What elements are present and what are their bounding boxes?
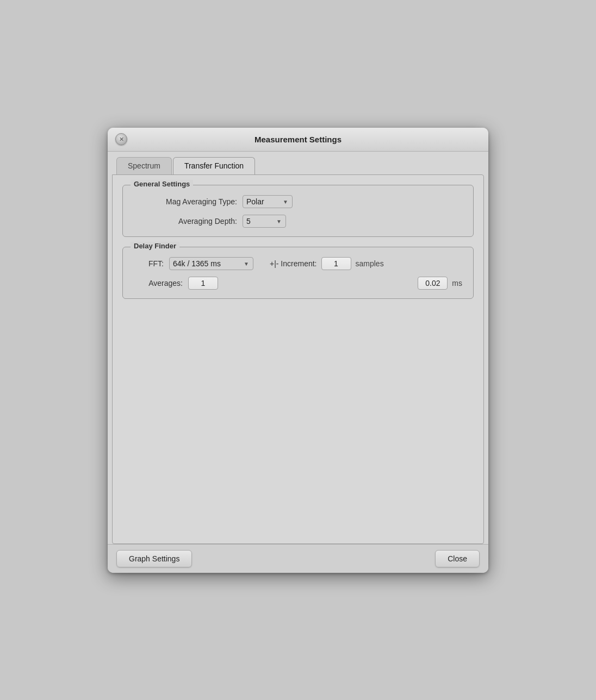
- close-button[interactable]: Close: [435, 550, 480, 567]
- tab-transfer-function[interactable]: Transfer Function: [173, 157, 255, 174]
- mag-averaging-type-row: Mag Averaging Type: Polar Complex RMS ▼: [134, 195, 462, 208]
- averages-input[interactable]: 1: [188, 277, 218, 290]
- close-icon[interactable]: ✕: [115, 133, 127, 145]
- general-settings-legend: General Settings: [131, 180, 193, 188]
- tab-spectrum[interactable]: Spectrum: [116, 157, 172, 174]
- mag-averaging-type-select[interactable]: Polar Complex RMS: [243, 195, 293, 208]
- fft-select-wrapper: 8k / 170 ms 16k / 341 ms 32k / 682 ms 64…: [169, 257, 253, 270]
- mag-averaging-type-wrapper: Polar Complex RMS ▼: [243, 195, 293, 208]
- delay-row-2: Averages: 1 0.02 ms: [134, 277, 462, 290]
- general-settings-group: General Settings Mag Averaging Type: Pol…: [122, 185, 474, 237]
- increment-label: +|- Increment:: [270, 259, 317, 268]
- fft-label: FFT:: [134, 259, 164, 268]
- mag-averaging-type-label: Mag Averaging Type:: [134, 197, 237, 206]
- averaging-depth-label: Averaging Depth:: [134, 217, 237, 226]
- increment-samples-input[interactable]: 1: [321, 257, 351, 270]
- footer: Graph Settings Close: [108, 544, 488, 573]
- graph-settings-button[interactable]: Graph Settings: [116, 550, 192, 567]
- samples-unit-label: samples: [356, 259, 384, 268]
- fft-select[interactable]: 8k / 170 ms 16k / 341 ms 32k / 682 ms 64…: [169, 257, 253, 270]
- averaging-depth-select[interactable]: 1 2 3 5 8 10 16 32: [243, 215, 286, 228]
- ms-group: 0.02 ms: [418, 277, 462, 290]
- increment-ms-input[interactable]: 0.02: [418, 277, 448, 290]
- content-area: General Settings Mag Averaging Type: Pol…: [112, 174, 484, 544]
- titlebar: ✕ Measurement Settings: [108, 128, 488, 152]
- delay-finder-legend: Delay Finder: [131, 242, 179, 250]
- tabs-row: Spectrum Transfer Function: [108, 152, 488, 174]
- averaging-depth-wrapper: 1 2 3 5 8 10 16 32 ▼: [243, 215, 286, 228]
- delay-row-1: FFT: 8k / 170 ms 16k / 341 ms 32k / 682 …: [134, 257, 462, 270]
- averages-label: Averages:: [134, 279, 183, 288]
- ms-unit-label: ms: [452, 279, 462, 288]
- averaging-depth-row: Averaging Depth: 1 2 3 5 8 10 16 32 ▼: [134, 215, 462, 228]
- measurement-settings-window: ✕ Measurement Settings Spectrum Transfer…: [108, 128, 488, 573]
- delay-finder-group: Delay Finder FFT: 8k / 170 ms 16k / 341 …: [122, 247, 474, 299]
- window-title: Measurement Settings: [254, 135, 342, 144]
